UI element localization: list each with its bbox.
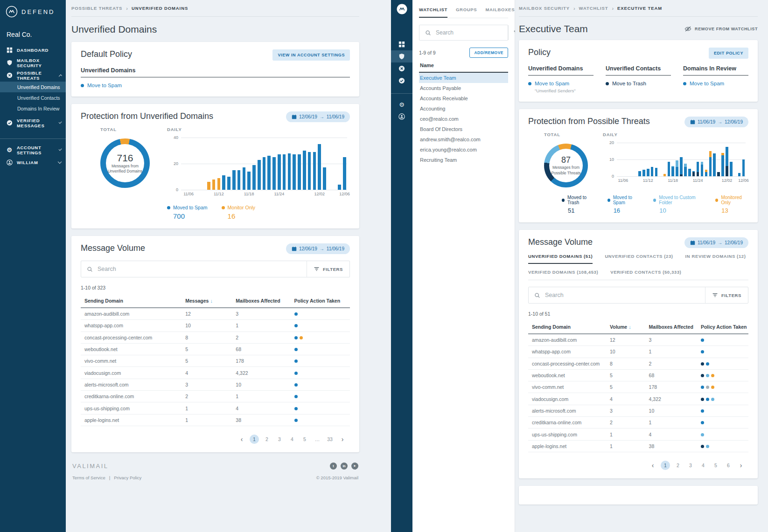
- view-in-account-settings-button[interactable]: VIEW IN ACCOUNT SETTINGS: [272, 49, 350, 61]
- sidebar-item-unverified-domains[interactable]: Unverified Domains: [0, 82, 66, 92]
- table-row[interactable]: viadocusign.com44,322: [81, 367, 350, 379]
- table-row[interactable]: ups-us-shipping.com14: [81, 402, 350, 414]
- page-number[interactable]: 5: [300, 435, 309, 444]
- daily-bar-segment: [730, 162, 733, 176]
- sidebar-item-mailbox-security[interactable]: MAILBOX SECURITY: [0, 56, 66, 69]
- tab-watchlist[interactable]: WATCHLIST: [419, 0, 447, 18]
- table-row[interactable]: weboutlook.net568: [81, 344, 350, 355]
- table-row[interactable]: viadocusign.com44,322: [528, 393, 748, 405]
- watchlist-item[interactable]: Executive Team: [419, 73, 508, 83]
- tab-mailboxes[interactable]: MAILBOXES: [485, 0, 515, 18]
- table-row[interactable]: alerts-microsoft.com310: [528, 405, 748, 417]
- table-row[interactable]: vivo-comm.net5178: [81, 355, 350, 367]
- page-number[interactable]: 33: [325, 435, 335, 444]
- date-range-badge[interactable]: 11/06/19 → 12/06/19: [684, 117, 748, 127]
- linkedin-icon[interactable]: in: [341, 463, 348, 470]
- tab-verified-domains[interactable]: VERIFIED DOMAINS (108,453): [528, 269, 598, 279]
- table-row[interactable]: whatspp-app.com101: [81, 320, 350, 332]
- mini-mailbox-security-button[interactable]: [391, 50, 412, 62]
- watchlist-name-header[interactable]: Name: [419, 58, 508, 73]
- tab-unverified-contacts[interactable]: UNVERIFIED CONTACTS (23): [605, 254, 673, 264]
- page-number[interactable]: 1: [661, 461, 670, 470]
- edit-policy-button[interactable]: EDIT POLICY: [709, 48, 748, 59]
- page-nav-arrow[interactable]: ‹: [237, 435, 246, 444]
- page-number[interactable]: 4: [698, 461, 708, 470]
- sidebar-item-domains-in-review[interactable]: Domains In Review: [0, 103, 66, 114]
- tab-groups[interactable]: GROUPS: [456, 0, 477, 18]
- mini-verified-messages-button[interactable]: [391, 75, 412, 87]
- twitter-icon[interactable]: t: [330, 463, 337, 470]
- sidebar-item-unverified-contacts[interactable]: Unverified Contacts: [0, 92, 66, 103]
- page-number[interactable]: 2: [673, 461, 683, 470]
- watchlist-item[interactable]: Board Of Directors: [419, 124, 508, 134]
- page-nav-arrow[interactable]: ›: [736, 461, 746, 470]
- sidebar-item-account-settings[interactable]: ⚙ ACCOUNT SETTINGS: [0, 144, 66, 156]
- page-number[interactable]: 3: [686, 461, 695, 470]
- table-row[interactable]: apple-logins.net138: [528, 441, 748, 452]
- mini-possible-threats-button[interactable]: [391, 62, 412, 75]
- table-row[interactable]: amazon-audibill.com123: [528, 334, 748, 346]
- table-row[interactable]: creditkarna-online.com21: [528, 417, 748, 428]
- watchlist-item[interactable]: andrew.smith@realco.com: [419, 134, 508, 145]
- table-row[interactable]: whatspp-app.com101: [528, 346, 748, 358]
- page-nav-arrow[interactable]: ›: [338, 435, 347, 444]
- column-volume[interactable]: Volume↓: [610, 324, 649, 330]
- sidebar-item-possible-threats[interactable]: POSSIBLE THREATS: [0, 69, 66, 82]
- page-number[interactable]: …: [313, 435, 322, 444]
- policy-action-dots: [294, 370, 350, 376]
- youtube-icon[interactable]: ▸: [351, 463, 358, 470]
- watchlist-search-input[interactable]: [436, 29, 508, 36]
- add-remove-button[interactable]: ADD/REMOVE: [469, 48, 508, 58]
- page-number[interactable]: 4: [287, 435, 297, 444]
- search-input[interactable]: [98, 266, 307, 272]
- watchlist-item[interactable]: Accounts Receivable: [419, 93, 508, 104]
- date-range-badge[interactable]: 12/06/19 → 11/06/19: [286, 111, 350, 122]
- card-title: Protection from Unverified Domains: [81, 111, 213, 121]
- mini-user-button[interactable]: [391, 111, 412, 123]
- valimail-logo: VALIMAIL: [72, 463, 141, 470]
- privacy-policy-link[interactable]: Privacy Policy: [114, 475, 141, 480]
- page-number[interactable]: 3: [275, 435, 284, 444]
- tab-verified-contacts[interactable]: VERIFIED CONTACTS (50,333): [610, 269, 681, 279]
- column-messages[interactable]: Messages↓: [185, 298, 236, 304]
- daily-bar-segment: [663, 174, 666, 176]
- mini-dashboard-button[interactable]: [391, 38, 412, 50]
- breadcrumb-possible-threats[interactable]: POSSIBLE THREATS: [71, 6, 122, 11]
- table-row[interactable]: concast-processing-center.com82: [528, 358, 748, 370]
- terms-of-service-link[interactable]: Terms of Service: [72, 475, 105, 480]
- date-range-badge[interactable]: 12/06/19 → 11/06/19: [286, 243, 350, 254]
- watchlist-item[interactable]: Accounting: [419, 104, 508, 114]
- tab-in-review-domains[interactable]: IN REVIEW DOMAINS (12): [685, 254, 746, 264]
- breadcrumb-mailbox-security[interactable]: MAILBOX SECURITY: [519, 6, 570, 11]
- table-row[interactable]: amazon-audibill.com123: [81, 308, 350, 320]
- page-number[interactable]: 5: [711, 461, 720, 470]
- table-row[interactable]: weboutlook.net568: [528, 370, 748, 381]
- page-number[interactable]: 2: [262, 435, 272, 444]
- watchlist-item[interactable]: Recruiting Team: [419, 155, 508, 165]
- table-row[interactable]: alerts-microsoft.com310: [81, 379, 350, 391]
- table-row[interactable]: creditkarna-online.com21: [81, 391, 350, 402]
- sidebar-item-verified-messages[interactable]: VERIFIED MESSAGES: [0, 117, 66, 129]
- search-input[interactable]: [545, 292, 705, 298]
- page-number[interactable]: 1: [250, 435, 259, 444]
- sidebar-item-dashboard[interactable]: DASHBOARD: [0, 44, 66, 56]
- table-row[interactable]: ups-us-shipping.com14: [528, 428, 748, 440]
- table-row[interactable]: concast-processing-center.com82: [81, 332, 350, 344]
- table-row[interactable]: vivo-comm.net5178: [528, 381, 748, 393]
- breadcrumb-watchlist[interactable]: WATCHLIST: [579, 6, 608, 11]
- page-nav-arrow[interactable]: ‹: [648, 461, 657, 470]
- date-range-badge[interactable]: 11/06/19 → 12/06/19: [684, 237, 748, 248]
- watchlist-item[interactable]: erica.young@realco.com: [419, 145, 508, 155]
- watchlist-item[interactable]: ceo@realco.com: [419, 114, 508, 124]
- filters-button[interactable]: FILTERS: [307, 261, 349, 277]
- mini-account-settings-button[interactable]: ⚙: [391, 98, 412, 111]
- table-row[interactable]: apple-logins.net138: [81, 415, 350, 426]
- page-title: Executive Team: [519, 23, 588, 35]
- filters-button[interactable]: FILTERS: [705, 287, 748, 303]
- daily-bar-segment: [684, 167, 687, 176]
- sidebar-item-user[interactable]: WILLIAM: [0, 156, 66, 169]
- page-number[interactable]: 6: [724, 461, 733, 470]
- tab-unverified-domains[interactable]: UNVERIFIED DOMAINS (51): [528, 254, 593, 264]
- watchlist-item[interactable]: Accounts Payable: [419, 83, 508, 93]
- remove-from-watchlist-button[interactable]: REMOVE FROM WATCHLIST: [684, 26, 758, 32]
